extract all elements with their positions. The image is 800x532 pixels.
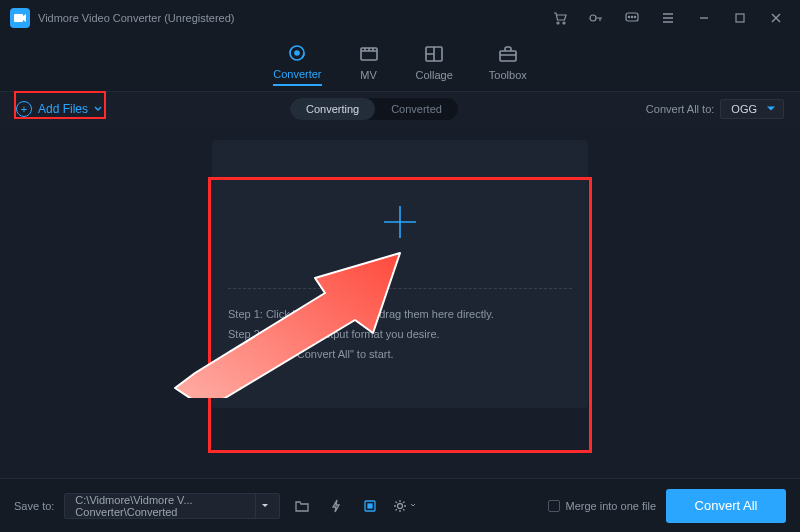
tab-converter[interactable]: Converter [273,42,321,86]
collage-icon [423,43,445,65]
settings-gear-icon[interactable] [392,494,416,518]
app-logo-icon [10,8,30,28]
svg-point-5 [628,16,629,17]
segment-converted[interactable]: Converted [375,98,458,120]
lightning-off-icon[interactable] [324,494,348,518]
path-dropdown-icon[interactable] [255,494,273,518]
merge-checkbox[interactable]: Merge into one file [548,500,657,512]
tab-collage[interactable]: Collage [416,43,453,85]
hardware-accel-icon[interactable] [358,494,382,518]
minimize-button[interactable] [690,4,718,32]
save-to-label: Save to: [14,500,54,512]
status-segment: Converting Converted [290,98,458,120]
svg-rect-15 [368,504,372,508]
maximize-button[interactable] [726,4,754,32]
divider [228,288,572,289]
svg-point-3 [590,15,596,21]
svg-point-16 [398,503,403,508]
step-1: Step 1: Click "+" to add files or drag t… [228,304,572,324]
checkbox-icon [548,500,560,512]
tab-label: Converter [273,68,321,80]
converter-icon [286,42,308,64]
open-folder-icon[interactable] [290,494,314,518]
footer-bar: Save to: C:\Vidmore\Vidmore V... Convert… [0,478,800,532]
format-select[interactable]: OGG [720,99,784,119]
step-3: Step 3: Click "Convert All" to start. [228,344,572,364]
message-icon[interactable] [618,4,646,32]
convert-all-label: Convert All [695,498,758,513]
convert-all-button[interactable]: Convert All [666,489,786,523]
sub-bar: + Add Files Converting Converted Convert… [0,92,800,126]
instruction-steps: Step 1: Click "+" to add files or drag t… [228,304,572,364]
svg-rect-8 [736,14,744,22]
tab-mv[interactable]: MV [358,43,380,85]
tab-label: Toolbox [489,69,527,81]
format-value: OGG [731,103,757,115]
save-path-field[interactable]: C:\Vidmore\Vidmore V... Converter\Conver… [64,493,280,519]
app-title: Vidmore Video Converter (Unregistered) [38,12,234,24]
convert-all-to-label: Convert All to: [646,103,714,115]
add-plus-icon[interactable] [380,202,420,242]
dropzone[interactable]: Step 1: Click "+" to add files or drag t… [212,140,588,408]
cart-icon[interactable] [546,4,574,32]
close-button[interactable] [762,4,790,32]
svg-rect-0 [14,14,23,22]
svg-point-7 [634,16,635,17]
svg-point-2 [563,22,565,24]
svg-rect-13 [500,51,516,61]
menu-icon[interactable] [654,4,682,32]
svg-point-6 [631,16,632,17]
main-stage: Step 1: Click "+" to add files or drag t… [0,126,800,478]
step-2: Step 2: Select the output format you des… [228,324,572,344]
add-files-button[interactable]: + Add Files [16,101,102,117]
merge-label: Merge into one file [566,500,657,512]
mv-icon [358,43,380,65]
convert-all-to: Convert All to: OGG [646,99,784,119]
plus-circle-icon: + [16,101,32,117]
add-files-label: Add Files [38,102,88,116]
tab-label: MV [360,69,377,81]
chevron-down-icon [94,105,102,113]
save-path-value: C:\Vidmore\Vidmore V... Converter\Conver… [75,494,255,518]
tab-label: Collage [416,69,453,81]
title-bar: Vidmore Video Converter (Unregistered) [0,0,800,36]
key-icon[interactable] [582,4,610,32]
svg-point-10 [295,51,299,55]
toolbox-icon [497,43,519,65]
tab-toolbox[interactable]: Toolbox [489,43,527,85]
svg-point-1 [557,22,559,24]
main-navbar: Converter MV Collage Toolbox [0,36,800,92]
segment-converting[interactable]: Converting [290,98,375,120]
